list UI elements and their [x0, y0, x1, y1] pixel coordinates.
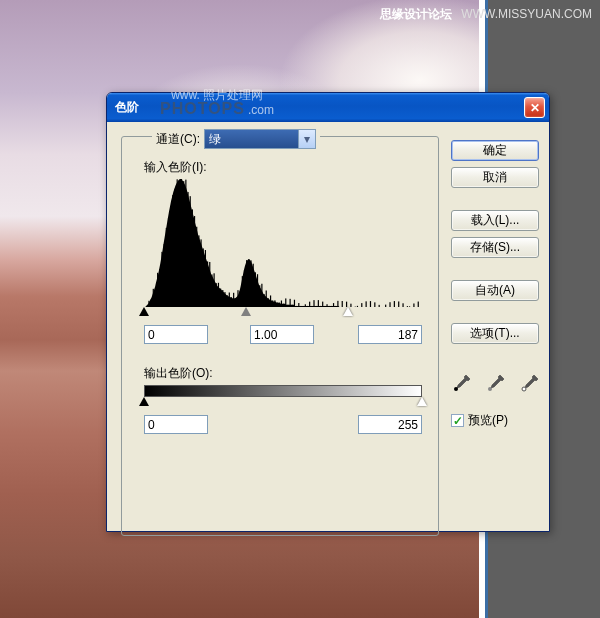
- svg-rect-35: [220, 289, 221, 307]
- channel-select[interactable]: 绿 ▾: [204, 129, 316, 149]
- eyedropper-gray[interactable]: [485, 372, 507, 394]
- svg-rect-5: [155, 287, 156, 307]
- svg-rect-32: [214, 273, 215, 307]
- svg-rect-54: [261, 284, 262, 307]
- button-column: 确定 取消 载入(L)... 存储(S)... 自动(A) 选项(T)...: [451, 140, 539, 344]
- svg-rect-24: [196, 227, 197, 307]
- eyedropper-row: [451, 372, 541, 394]
- chevron-down-icon: ▾: [298, 130, 315, 148]
- watermark-brand: 思缘设计论坛: [380, 7, 452, 21]
- svg-rect-65: [285, 298, 286, 307]
- svg-point-128: [454, 387, 458, 391]
- svg-rect-80: [318, 300, 319, 307]
- svg-rect-41: [233, 293, 234, 307]
- svg-rect-33: [216, 283, 217, 307]
- output-white-field[interactable]: [358, 415, 422, 434]
- eyedropper-white[interactable]: [519, 372, 541, 394]
- svg-rect-26: [200, 239, 201, 307]
- svg-rect-27: [203, 248, 204, 307]
- svg-rect-37: [224, 292, 225, 307]
- svg-rect-42: [235, 298, 236, 307]
- svg-rect-38: [227, 295, 228, 307]
- svg-rect-49: [250, 260, 251, 307]
- svg-rect-15: [177, 179, 178, 307]
- svg-rect-22: [192, 209, 193, 307]
- titlebar[interactable]: 色阶 ✕: [107, 93, 549, 122]
- svg-rect-6: [157, 273, 158, 307]
- svg-rect-19: [185, 180, 186, 307]
- svg-rect-45: [242, 276, 243, 307]
- svg-rect-23: [194, 216, 195, 307]
- dialog-body: 通道(C): 绿 ▾ 输入色阶(I): 输出色阶(O):: [107, 122, 549, 531]
- svg-rect-18: [183, 181, 184, 307]
- svg-rect-30: [209, 262, 210, 307]
- svg-rect-47: [246, 260, 247, 307]
- svg-rect-40: [231, 297, 232, 307]
- svg-rect-12: [170, 206, 171, 307]
- close-icon: ✕: [530, 101, 540, 115]
- svg-rect-7: [159, 269, 160, 307]
- watermark-url: WWW.MISSYUAN.COM: [461, 7, 592, 21]
- black-point-slider[interactable]: [139, 307, 149, 316]
- svg-rect-48: [248, 259, 249, 307]
- svg-rect-50: [253, 264, 254, 307]
- histogram-svg: [144, 179, 422, 307]
- svg-rect-44: [240, 291, 241, 307]
- input-black-field[interactable]: [144, 325, 208, 344]
- eyedropper-gray-icon: [486, 373, 506, 393]
- save-button[interactable]: 存储(S)...: [451, 237, 539, 258]
- svg-rect-39: [229, 293, 230, 307]
- svg-rect-34: [218, 283, 219, 307]
- channel-value: 绿: [209, 131, 221, 148]
- ok-button[interactable]: 确定: [451, 140, 539, 161]
- svg-point-129: [488, 387, 492, 391]
- input-gamma-field[interactable]: [250, 325, 314, 344]
- output-white-slider[interactable]: [417, 397, 427, 406]
- output-black-slider[interactable]: [139, 397, 149, 406]
- load-button[interactable]: 载入(L)...: [451, 210, 539, 231]
- eyedropper-black-icon: [452, 373, 472, 393]
- svg-rect-67: [290, 299, 291, 307]
- svg-rect-4: [153, 289, 154, 307]
- preview-row: ✓ 预览(P): [451, 412, 508, 429]
- svg-rect-20: [187, 192, 188, 307]
- white-point-slider[interactable]: [343, 307, 353, 316]
- gray-point-slider[interactable]: [241, 307, 251, 316]
- options-button[interactable]: 选项(T)...: [451, 323, 539, 344]
- svg-rect-78: [313, 300, 314, 307]
- eyedropper-white-icon: [520, 373, 540, 393]
- watermark-top: 思缘设计论坛 WWW.MISSYUAN.COM: [380, 6, 592, 23]
- svg-rect-56: [266, 290, 267, 307]
- svg-rect-69: [294, 300, 295, 307]
- channel-row: 通道(C): 绿 ▾: [152, 129, 320, 149]
- cancel-button[interactable]: 取消: [451, 167, 539, 188]
- svg-rect-55: [263, 294, 264, 307]
- svg-rect-43: [237, 290, 238, 307]
- levels-dialog: 色阶 ✕ 通道(C): 绿 ▾ 输入色阶(I):: [106, 92, 550, 532]
- svg-rect-10: [166, 228, 167, 307]
- svg-rect-8: [161, 252, 162, 307]
- check-icon: ✓: [453, 414, 463, 428]
- auto-button[interactable]: 自动(A): [451, 280, 539, 301]
- input-slider-track[interactable]: [144, 307, 422, 317]
- input-levels-label: 输入色阶(I):: [144, 159, 207, 176]
- svg-rect-46: [244, 270, 245, 307]
- svg-rect-9: [164, 244, 165, 307]
- eyedropper-black[interactable]: [451, 372, 473, 394]
- svg-rect-53: [259, 285, 260, 307]
- dialog-title: 色阶: [115, 99, 139, 116]
- output-black-field[interactable]: [144, 415, 208, 434]
- svg-rect-31: [211, 274, 212, 307]
- svg-rect-25: [198, 235, 199, 307]
- output-slider-track[interactable]: [144, 397, 422, 407]
- svg-rect-51: [255, 272, 256, 307]
- svg-rect-58: [270, 295, 271, 307]
- svg-rect-28: [205, 250, 206, 307]
- svg-rect-57: [268, 298, 269, 307]
- close-button[interactable]: ✕: [524, 97, 545, 118]
- svg-rect-21: [190, 196, 191, 307]
- svg-rect-14: [174, 189, 175, 307]
- preview-checkbox[interactable]: ✓: [451, 414, 464, 427]
- levels-fieldset: 通道(C): 绿 ▾ 输入色阶(I): 输出色阶(O):: [121, 136, 439, 536]
- input-white-field[interactable]: [358, 325, 422, 344]
